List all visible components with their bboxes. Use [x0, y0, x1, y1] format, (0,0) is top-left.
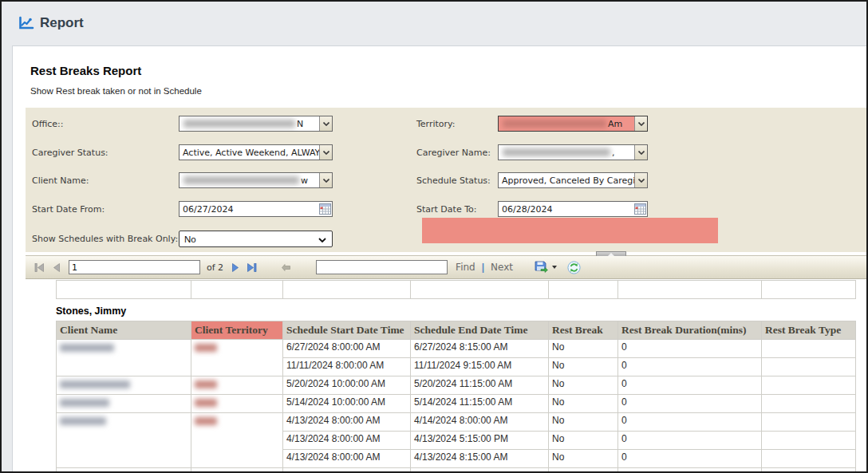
app-header: Report [2, 2, 866, 43]
table-row [57, 281, 856, 299]
client-name-dropdown-arrow-icon[interactable] [319, 173, 332, 187]
redacted-client-name-cell [57, 413, 191, 468]
redacted-client-territory-cell [191, 340, 283, 376]
rest-break-duration-cell: 0 [618, 450, 762, 468]
table-header-row: Client Name Client Territory Schedule St… [57, 321, 856, 340]
schedule-start-cell: 6/27/2024 8:00:00 AM [283, 340, 411, 358]
start-date-to-input[interactable]: 06/28/2024 [498, 201, 648, 217]
start-date-to-value: 06/28/2024 [499, 204, 633, 215]
col-client-territory: Client Territory [191, 321, 283, 340]
page-number-input[interactable] [69, 260, 200, 274]
back-to-parent-report-icon[interactable] [279, 260, 294, 274]
rest-break-duration-cell: 0 [618, 358, 762, 376]
office-dropdown[interactable]: N [179, 116, 333, 132]
col-rest-break-duration: Rest Break Duration(mins) [618, 321, 762, 340]
col-schedule-start: Schedule Start Date Time [283, 321, 411, 340]
rest-break-cell: No [549, 450, 618, 468]
start-date-to-calendar-icon[interactable] [633, 202, 647, 216]
table-row: 5/20/2024 10:00:00 AM 5/20/2024 11:15:00… [57, 376, 856, 395]
caregiver-name-value-suffix: , [610, 148, 616, 158]
rest-break-type-cell [762, 413, 856, 432]
schedule-end-cell: 4/14/2024 8:00:00 AM [411, 413, 549, 432]
find-next-separator: | [482, 262, 484, 273]
territory-highlight-band [422, 218, 718, 243]
caregiver-name-label: Caregiver Name: [416, 148, 491, 158]
table-row: 6/27/2024 8:00:00 AM 6/27/2024 8:15:00 A… [57, 340, 856, 358]
redacted-client-name-cell [57, 340, 191, 376]
territory-label: Territory: [416, 119, 456, 129]
schedule-end-cell: 6/27/2024 8:15:00 AM [411, 340, 549, 358]
client-name-dropdown[interactable]: w [179, 172, 333, 188]
previous-page-icon[interactable] [49, 260, 64, 274]
rest-break-type-cell [762, 376, 856, 395]
redacted-client-territory-cell [191, 395, 283, 413]
rest-break-duration-cell: 0 [618, 432, 762, 450]
caregiver-status-dropdown-arrow-icon[interactable] [319, 145, 332, 160]
caregiver-name-dropdown[interactable]: , [498, 144, 648, 160]
caregiver-group-label: Stones, Jimmy [56, 305, 126, 317]
redacted-office-value [183, 120, 295, 128]
client-name-label: Client Name: [32, 175, 89, 186]
report-subtitle: Show Rest break taken or not in Schedule [30, 86, 202, 96]
territory-dropdown-arrow-icon[interactable] [634, 116, 647, 131]
page-title: Report [40, 15, 84, 31]
rest-break-cell: No [549, 413, 618, 432]
export-dropdown-caret-icon[interactable] [552, 266, 557, 269]
col-client-name: Client Name [57, 321, 191, 340]
start-date-from-value: 06/27/2024 [180, 204, 318, 215]
rest-break-cell: No [549, 358, 618, 376]
rest-break-duration-cell: 0 [618, 376, 762, 395]
report-window: Report Rest Breaks Report Show Rest brea… [0, 0, 868, 473]
refresh-icon[interactable] [566, 260, 581, 274]
col-rest-break: Rest Break [549, 321, 618, 340]
start-date-from-label: Start Date From: [32, 204, 105, 215]
schedule-end-cell: 4/13/2024 5:15:00 PM [411, 432, 549, 450]
start-date-to-label: Start Date To: [416, 204, 476, 215]
start-date-from-input[interactable]: 06/27/2024 [179, 201, 333, 217]
territory-dropdown[interactable]: Am [498, 116, 648, 132]
search-input[interactable] [316, 260, 448, 274]
rest-break-type-cell [762, 395, 856, 413]
first-page-icon[interactable] [32, 260, 46, 274]
col-schedule-end: Schedule End Date Time [411, 321, 549, 340]
report-toolbar: of 2 Find | Next [26, 256, 866, 279]
next-link[interactable]: Next [491, 262, 513, 273]
schedule-status-dropdown-arrow-icon[interactable] [634, 173, 647, 187]
redacted-caregiver-name-value [503, 148, 610, 156]
show-breaks-only-select[interactable]: No [179, 231, 333, 247]
schedule-start-cell: 5/14/2024 10:00:00 AM [283, 395, 411, 413]
schedule-end-cell: 5/14/2024 11:15:00 AM [411, 395, 549, 413]
start-date-from-calendar-icon[interactable] [318, 202, 332, 216]
redacted-client-name-cell [57, 395, 191, 413]
page-count-label: of 2 [207, 262, 223, 273]
find-link[interactable]: Find [456, 262, 475, 273]
schedule-end-cell: 5/20/2024 11:15:00 AM [411, 376, 549, 395]
schedule-start-cell: 5/20/2024 10:00:00 AM [283, 376, 411, 395]
rest-break-duration-cell: 0 [618, 413, 762, 432]
table-row: 5/14/2024 10:00:00 AM 5/14/2024 11:15:00… [57, 395, 856, 413]
schedule-status-dropdown[interactable]: Approved, Canceled By Caregiver, [498, 172, 648, 188]
caregiver-status-value: Active, Active Weekend, ALWAYS [180, 148, 319, 158]
schedule-end-cell: 11/11/2024 9:15:00 AM [411, 358, 549, 376]
rest-break-duration-cell: 0 [618, 340, 762, 358]
caregiver-status-label: Caregiver Status: [32, 148, 108, 158]
caregiver-status-dropdown[interactable]: Active, Active Weekend, ALWAYS [179, 144, 333, 160]
rest-break-type-cell [762, 432, 856, 450]
show-breaks-only-label: Show Schedules with Break Only: [32, 234, 178, 244]
office-dropdown-arrow-icon[interactable] [319, 116, 332, 131]
next-page-icon[interactable] [228, 260, 243, 274]
last-page-icon[interactable] [244, 260, 258, 274]
export-icon[interactable] [534, 260, 548, 274]
rest-break-duration-cell: 0 [618, 395, 762, 413]
office-label: Office:: [32, 119, 64, 129]
client-name-value-suffix: w [299, 175, 309, 186]
rest-break-cell: No [549, 395, 618, 413]
caregiver-name-dropdown-arrow-icon[interactable] [634, 145, 647, 160]
table-row: 4/13/2024 8:00:00 AM 4/14/2024 8:00:00 A… [57, 413, 856, 432]
line-chart-icon [18, 16, 34, 30]
rest-break-type-cell [762, 358, 856, 376]
rest-break-cell: No [549, 376, 618, 395]
schedule-end-cell: 4/13/2024 8:15:00 AM [411, 450, 549, 468]
table-row-partial [57, 468, 856, 472]
rest-breaks-table: Client Name Client Territory Schedule St… [56, 321, 856, 472]
